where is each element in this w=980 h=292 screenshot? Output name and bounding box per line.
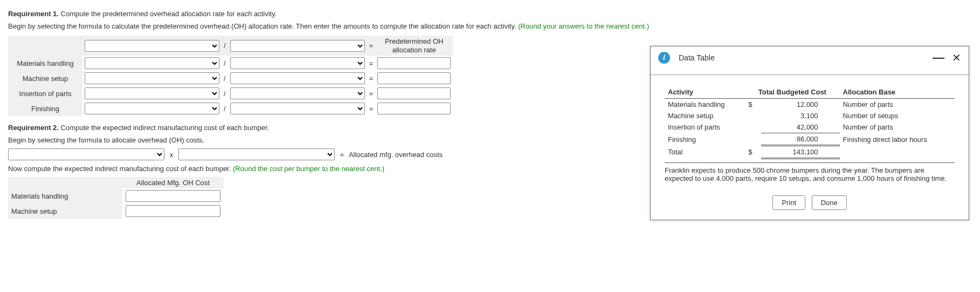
divide-op: /: [222, 36, 228, 56]
oh-result-label: Allocated mfg. overhead costs: [349, 151, 443, 159]
denominator-select[interactable]: [230, 40, 365, 52]
dt-r0-cost: 12,000: [761, 99, 839, 111]
allocated-oh-table: Allocated Mfg. OH Cost Materials handlin…: [8, 177, 224, 219]
row-label-1: Machine setup: [8, 71, 82, 86]
done-button[interactable]: Done: [812, 195, 847, 210]
row3-den[interactable]: [230, 103, 365, 114]
row-label-2: Insertion of parts: [8, 86, 82, 101]
row0-result[interactable]: [377, 57, 451, 69]
row0-den[interactable]: [230, 57, 365, 69]
row2-result[interactable]: [377, 87, 451, 99]
print-button[interactable]: Print: [772, 195, 805, 210]
popup-footnote: Franklin expects to produce 500 chrome b…: [665, 162, 955, 182]
predetermined-oh-table: / = Predetermined OH allocation rate Mat…: [8, 36, 453, 116]
dt-r1-base: Number of setups: [840, 110, 955, 121]
minimize-icon[interactable]: —: [933, 55, 944, 60]
row1-result[interactable]: [377, 72, 451, 84]
row2-num[interactable]: [85, 87, 219, 99]
row-label-0: Materials handling: [8, 56, 82, 71]
dt-r1-cost: 3,100: [761, 110, 839, 121]
requirement-1-heading: Requirement 1. Compute the predetermined…: [8, 10, 972, 18]
result-header-top: Predetermined OH: [377, 37, 451, 46]
equals-op-2: =: [336, 151, 347, 159]
result-header-bot: allocation rate: [377, 46, 451, 55]
dt-r2-base: Number of parts: [840, 121, 955, 133]
close-icon[interactable]: ✕: [952, 53, 961, 62]
data-table: Activity Total Budgeted Cost Allocation …: [665, 86, 955, 159]
dt-r0-base: Number of parts: [840, 99, 955, 111]
req1-instruction: Begin by selecting the formula to calcul…: [8, 22, 516, 30]
dt-total-cur: $: [745, 146, 761, 159]
dt-h2: Allocation Base: [840, 86, 955, 99]
dt-h0: Activity: [665, 86, 745, 99]
dt-r3-act: Finishing: [665, 133, 745, 146]
row1-den[interactable]: [230, 72, 365, 84]
dt-total-val: 143,100: [761, 146, 839, 159]
dt-r1-act: Machine setup: [665, 110, 745, 121]
dt-r3-cost: 86,000: [761, 133, 839, 146]
row3-result[interactable]: [377, 103, 451, 114]
alloc-row-1: Machine setup: [8, 203, 122, 219]
req2-instruction-b: Now compute the expected indirect manufa…: [8, 165, 231, 173]
times-op: x: [167, 151, 177, 159]
req2-label: Requirement 2.: [8, 124, 59, 132]
req2-round-hint: (Round the cost per bumper to the neares…: [233, 165, 384, 173]
alloc-header: Allocated Mfg. OH Cost: [122, 177, 224, 188]
dt-r0-act: Materials handling: [665, 99, 745, 111]
dt-h1: Total Budgeted Cost: [745, 86, 839, 99]
req1-round-hint: (Round your answers to the nearest cent.…: [518, 22, 649, 30]
dt-r0-cur: $: [745, 99, 761, 111]
row1-num[interactable]: [85, 72, 219, 84]
requirement-1-instruction: Begin by selecting the formula to calcul…: [8, 22, 972, 30]
dt-r3-base: Finishing direct labor hours: [840, 133, 955, 146]
row0-num[interactable]: [85, 57, 219, 69]
popup-title-text: Data Table: [679, 53, 933, 62]
row-label-3: Finishing: [8, 101, 82, 116]
numerator-select[interactable]: [85, 40, 219, 52]
alloc-input-0[interactable]: [126, 190, 220, 202]
oh-factor-1[interactable]: [8, 148, 164, 160]
req2-text: Compute the expected indirect manufactur…: [61, 124, 270, 132]
dt-r2-act: Insertion of parts: [665, 121, 745, 133]
row2-den[interactable]: [230, 87, 365, 99]
alloc-row-0: Materials handling: [8, 188, 122, 203]
row3-num[interactable]: [85, 103, 219, 114]
info-icon: i: [658, 52, 670, 64]
alloc-input-1[interactable]: [126, 205, 220, 217]
oh-factor-2[interactable]: [178, 148, 335, 160]
popup-titlebar: i Data Table — ✕: [651, 46, 969, 75]
req1-text: Compute the predetermined overhead alloc…: [61, 10, 277, 18]
data-table-popup: i Data Table — ✕ Activity Total Budgeted…: [650, 46, 969, 220]
dt-total-label: Total: [665, 146, 745, 159]
dt-r2-cost: 42,000: [761, 121, 839, 133]
equals-op: =: [367, 36, 376, 56]
req1-label: Requirement 1.: [8, 10, 59, 18]
